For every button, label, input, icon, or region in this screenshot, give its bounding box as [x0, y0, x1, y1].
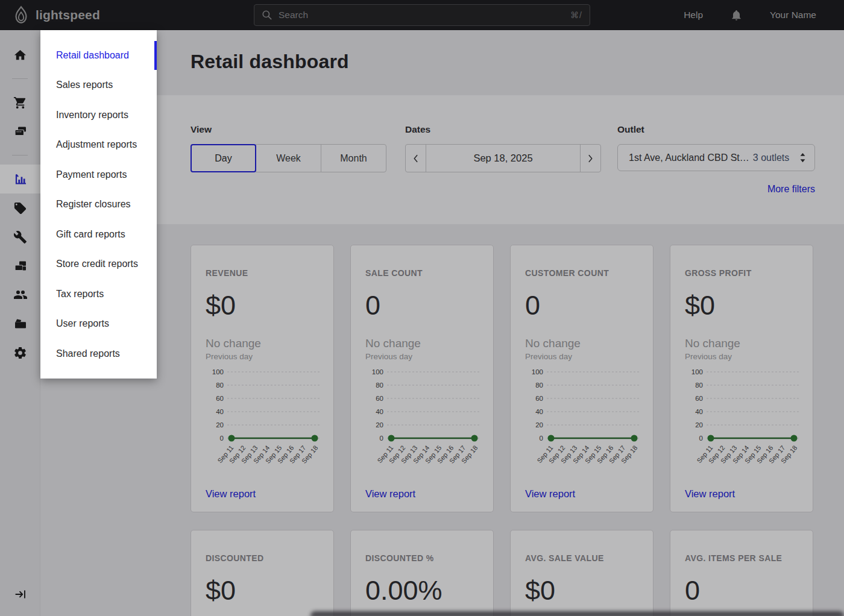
- metric-sparkline-chart: 100 80 60 40 20 0 Sep 11 Sep 12 Sep 13 S…: [685, 366, 798, 464]
- series-endpoint-dot: [228, 435, 235, 442]
- metric-change: No change: [206, 337, 319, 350]
- y-tick: 60: [535, 395, 543, 402]
- global-search[interactable]: ⌘/: [254, 4, 590, 26]
- series-endpoint-dot: [631, 435, 638, 442]
- y-tick: 80: [376, 382, 383, 389]
- y-tick: 60: [376, 395, 383, 402]
- sidebar-item-inventory[interactable]: [0, 251, 40, 280]
- metric-title: CUSTOMER COUNT: [525, 268, 638, 278]
- outlet-filter-group: Outlet 1st Ave, Auckland CBD St… 3 outle…: [617, 124, 815, 171]
- flyout-item-sales-reports[interactable]: Sales reports: [40, 71, 157, 101]
- y-tick: 40: [695, 408, 703, 415]
- outlet-spinner-icon[interactable]: [799, 152, 806, 163]
- series-endpoint-dot: [388, 435, 395, 442]
- series-endpoint-dot: [471, 435, 478, 442]
- page-title: Retail dashboard: [191, 51, 844, 73]
- outlet-selected-value: 1st Ave, Auckland CBD St…: [629, 152, 749, 163]
- brand-name: lightspeed: [36, 8, 100, 22]
- sidebar-item-sell[interactable]: [0, 88, 40, 117]
- sidebar-item-products[interactable]: [0, 193, 40, 222]
- y-tick: 20: [535, 421, 543, 429]
- notifications-button[interactable]: [731, 9, 742, 21]
- cash-register-icon: [13, 124, 28, 139]
- y-tick: 80: [695, 382, 703, 389]
- home-icon: [13, 48, 27, 62]
- previous-date-button[interactable]: [406, 145, 426, 172]
- y-tick: 80: [216, 382, 224, 389]
- series-endpoint-dot: [548, 435, 555, 442]
- view-option-day[interactable]: Day: [191, 144, 256, 172]
- series-endpoint-dot: [312, 435, 318, 442]
- y-tick: 100: [212, 368, 224, 376]
- metric-card-gross-profit: GROSS PROFIT $0 No change Previous day 1…: [670, 245, 813, 512]
- outlet-count-badge: 3 outlets: [753, 152, 789, 163]
- metric-title: AVG. SALE VALUE: [525, 553, 638, 563]
- outlet-select[interactable]: 1st Ave, Auckland CBD St… 3 outlets: [617, 144, 815, 171]
- sidebar-item-home[interactable]: [0, 40, 40, 69]
- sparkline-svg: 100 80 60 40 20 0 Sep 11 Sep 12 Sep 13 S…: [206, 366, 321, 464]
- stacked-boxes-icon: [13, 259, 28, 273]
- sidebar-item-settings[interactable]: [0, 338, 40, 367]
- y-tick: 40: [376, 408, 383, 415]
- search-input[interactable]: [279, 10, 570, 20]
- y-tick: 60: [695, 395, 703, 402]
- collapse-right-icon: [14, 588, 27, 601]
- y-tick: 60: [216, 395, 224, 402]
- selected-date[interactable]: Sep 18, 2025: [426, 145, 580, 172]
- wrench-icon: [13, 230, 27, 244]
- flyout-item-inventory-reports[interactable]: Inventory reports: [40, 100, 157, 130]
- users-icon: [13, 288, 28, 302]
- y-tick: 40: [216, 408, 224, 415]
- sidebar-item-reporting-active[interactable]: [0, 165, 40, 193]
- dates-filter-group: Dates Sep 18, 2025: [405, 124, 601, 172]
- metric-title: DISCOUNTED %: [365, 553, 479, 563]
- flyout-item-store-credit-reports[interactable]: Store credit reports: [40, 250, 157, 280]
- flyout-item-register-closures[interactable]: Register closures: [40, 190, 157, 220]
- metric-value: 0: [685, 575, 798, 606]
- next-date-button[interactable]: [580, 145, 600, 172]
- view-report-link[interactable]: View report: [685, 488, 735, 500]
- metric-card-grid: REVENUE $0 No change Previous day 100 80…: [191, 245, 813, 616]
- flyout-item-retail-dashboard[interactable]: Retail dashboard: [40, 40, 157, 71]
- metric-value: 0.00%: [365, 575, 479, 606]
- lightspeed-flame-icon: [12, 5, 30, 25]
- app-window: lightspeed ⌘/ Help Your Name: [0, 0, 844, 616]
- view-filter-label: View: [191, 124, 386, 135]
- sidebar-item-setup[interactable]: [0, 222, 40, 251]
- flyout-item-payment-reports[interactable]: Payment reports: [40, 160, 157, 190]
- lightspeed-logo[interactable]: lightspeed: [0, 5, 100, 25]
- user-menu[interactable]: Your Name: [770, 10, 816, 20]
- view-option-month[interactable]: Month: [321, 144, 386, 172]
- view-option-week[interactable]: Week: [256, 144, 321, 172]
- sidebar-item-catalog[interactable]: [0, 309, 40, 338]
- sidebar-item-customers[interactable]: [0, 280, 40, 309]
- flyout-item-shared-reports[interactable]: Shared reports: [40, 339, 157, 369]
- sidebar-collapse-button[interactable]: [0, 582, 40, 606]
- sidebar-nav: [0, 30, 40, 616]
- y-tick: 20: [216, 421, 224, 429]
- y-tick: 80: [535, 382, 543, 389]
- flyout-item-gift-card-reports[interactable]: Gift card reports: [40, 219, 157, 250]
- y-tick: 100: [691, 368, 703, 376]
- metric-change-period: Previous day: [365, 352, 479, 361]
- flyout-item-tax-reports[interactable]: Tax reports: [40, 279, 157, 309]
- shopping-cart-icon: [13, 96, 27, 110]
- metric-title: AVG. ITEMS PER SALE: [685, 553, 798, 563]
- sidebar-item-register[interactable]: [0, 117, 40, 146]
- search-icon: [262, 10, 272, 20]
- main-content: Retail dashboard View Day Week Month Dat…: [40, 30, 844, 616]
- metric-title: DISCOUNTED: [206, 553, 319, 563]
- view-report-link[interactable]: View report: [365, 488, 415, 500]
- reporting-flyout-menu: Retail dashboard Sales reports Inventory…: [40, 30, 157, 379]
- y-tick: 0: [220, 435, 224, 442]
- series-endpoint-dot: [791, 435, 798, 442]
- view-report-link[interactable]: View report: [525, 488, 575, 500]
- cash-drawer-icon: [13, 316, 28, 331]
- help-link[interactable]: Help: [684, 10, 703, 20]
- chevron-left-icon: [412, 154, 419, 163]
- metric-sparkline-chart: 100 80 60 40 20 0 Sep 11 Sep 12 Sep 13 S…: [206, 366, 319, 464]
- view-report-link[interactable]: View report: [206, 488, 256, 500]
- flyout-item-user-reports[interactable]: User reports: [40, 309, 157, 339]
- flyout-item-adjustment-reports[interactable]: Adjustment reports: [40, 130, 157, 160]
- more-filters-link[interactable]: More filters: [767, 184, 815, 195]
